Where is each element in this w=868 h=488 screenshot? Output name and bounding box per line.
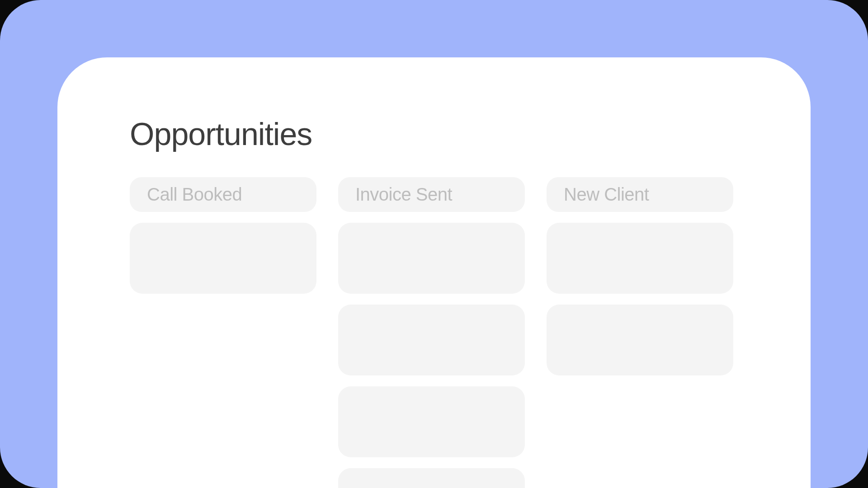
kanban-card[interactable]	[130, 223, 316, 294]
kanban-card[interactable]	[547, 305, 733, 375]
main-panel: Opportunities Call Booked Invoice Sent N…	[57, 57, 811, 488]
column-header-invoice-sent[interactable]: Invoice Sent	[338, 177, 525, 212]
column-header-call-booked[interactable]: Call Booked	[130, 177, 316, 212]
page-background: Opportunities Call Booked Invoice Sent N…	[0, 0, 868, 488]
page-title: Opportunities	[130, 116, 738, 152]
column-new-client: New Client	[547, 177, 733, 488]
column-header-new-client[interactable]: New Client	[547, 177, 733, 212]
kanban-card[interactable]	[547, 223, 733, 294]
kanban-card[interactable]	[338, 468, 525, 488]
column-call-booked: Call Booked	[130, 177, 316, 488]
kanban-board: Call Booked Invoice Sent New Client	[130, 177, 738, 488]
kanban-card[interactable]	[338, 223, 525, 294]
column-invoice-sent: Invoice Sent	[338, 177, 525, 488]
kanban-card[interactable]	[338, 305, 525, 375]
kanban-card[interactable]	[338, 386, 525, 457]
